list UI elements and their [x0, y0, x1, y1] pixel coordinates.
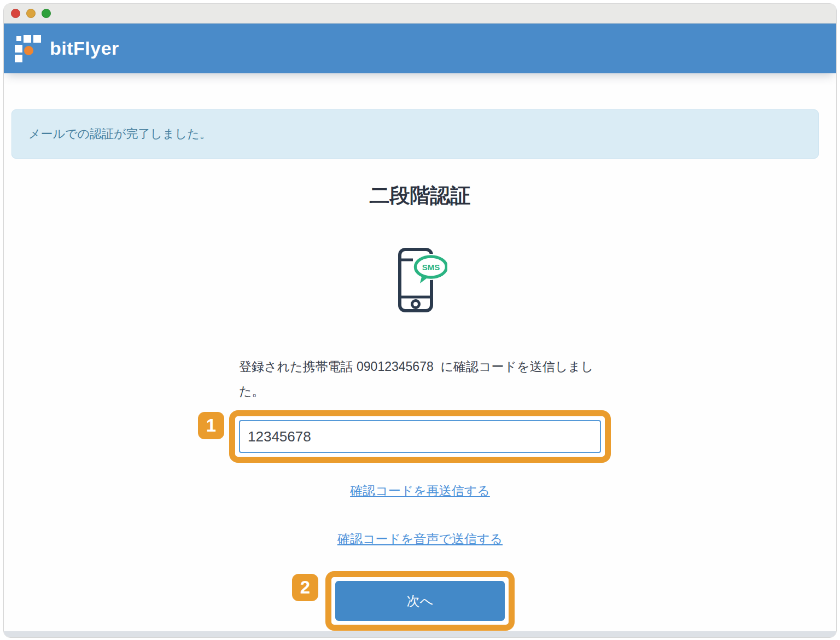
step2-badge: 2 — [292, 574, 318, 601]
bitflyer-logo-icon — [15, 34, 43, 63]
window-bottom-edge — [4, 631, 836, 637]
step2-highlight-box: 2 次へ — [325, 571, 515, 631]
voice-code-link[interactable]: 確認コードを音声で送信する — [337, 532, 503, 546]
app-header: bitFlyer — [4, 24, 836, 73]
page-title: 二段階認証 — [4, 184, 836, 208]
resend-code-link[interactable]: 確認コードを再送信する — [350, 484, 490, 498]
phone-sms-illustration: SMS — [393, 246, 447, 313]
zoom-window-button[interactable] — [42, 9, 51, 18]
page-content: メールでの認証が完了しました。 二段階認証 SMS — [4, 73, 836, 631]
banner-message: メールでの認証が完了しました。 — [28, 127, 212, 141]
close-window-button[interactable] — [11, 9, 20, 18]
email-verified-banner: メールでの認証が完了しました。 — [11, 109, 819, 159]
brand-name: bitFlyer — [50, 38, 119, 59]
window-titlebar — [4, 4, 836, 24]
two-factor-form: 登録された携帯電話 09012345678 に確認コードを送信しました。 1 確… — [239, 354, 601, 631]
step1-badge: 1 — [198, 412, 224, 439]
minimize-window-button[interactable] — [26, 9, 36, 18]
verification-code-input[interactable] — [239, 420, 601, 453]
step1-highlight-box: 1 — [229, 410, 611, 463]
sms-phone-icon: SMS — [4, 246, 836, 313]
browser-window: bitFlyer メールでの認証が完了しました。 二段階認証 — [3, 3, 837, 638]
next-button[interactable]: 次へ — [335, 581, 505, 621]
instruction-text: 登録された携帯電話 09012345678 に確認コードを送信しました。 — [239, 354, 601, 404]
sms-icon-label: SMS — [422, 263, 440, 272]
